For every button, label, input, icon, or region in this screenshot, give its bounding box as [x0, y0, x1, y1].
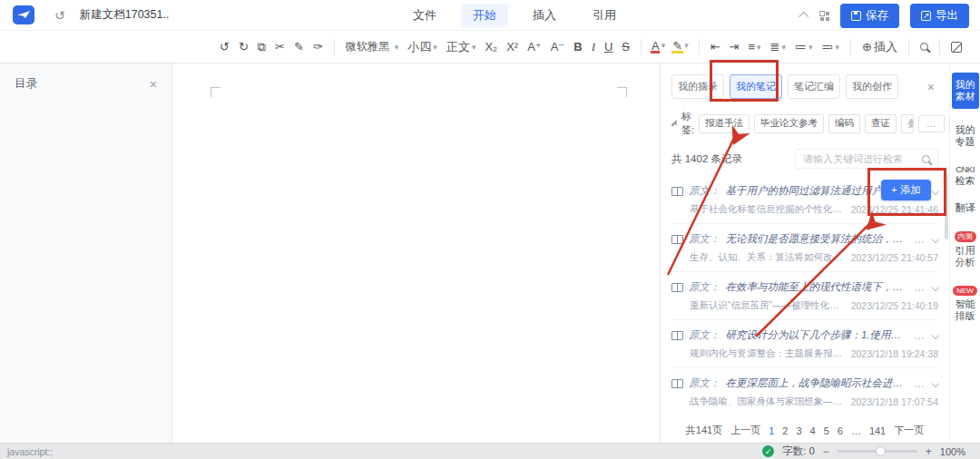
chevron-down-icon[interactable]	[932, 379, 939, 386]
line-spacing-select[interactable]: ≣ ▾	[766, 37, 790, 56]
font-color-button[interactable]: A ▾	[648, 38, 669, 56]
sidebar-tab-cnki-search[interactable]: CNKI 检索	[956, 163, 975, 187]
more-actions-icon[interactable]: …	[914, 281, 926, 294]
superscript-icon[interactable]: X²	[502, 37, 523, 56]
page-number[interactable]: 141	[869, 425, 886, 436]
tag-chip[interactable]: 报道手法	[699, 114, 750, 133]
menu-tab-home[interactable]: 开始	[461, 4, 508, 27]
zoom-in-button[interactable]: +	[926, 445, 932, 458]
cut-icon[interactable]: ✂	[270, 37, 289, 56]
tab-my-notes[interactable]: 我的笔记	[730, 74, 782, 99]
scrollbar-thumb[interactable]	[945, 174, 948, 239]
app-logo-icon[interactable]	[13, 5, 34, 24]
search-icon	[920, 43, 928, 51]
save-icon	[851, 11, 861, 21]
divider	[850, 39, 851, 55]
notes-search-input[interactable]	[803, 153, 916, 164]
format-painter-icon[interactable]: ✎	[289, 37, 309, 56]
prev-page-button[interactable]: 上一页	[730, 424, 760, 437]
zoom-out-button[interactable]: −	[823, 445, 829, 458]
increase-font-icon[interactable]: A⁺	[523, 37, 546, 56]
subscript-icon[interactable]: X₂	[480, 37, 502, 56]
redact-button[interactable]	[946, 39, 966, 55]
notes-list: + 添加 原文： 基于用户的协同过滤算法通过用户的历史行为计... … 基于社会…	[671, 176, 938, 415]
book-icon	[671, 235, 683, 244]
bullet-list-select[interactable]: ≔ ▾	[790, 37, 818, 56]
close-notes-panel-icon[interactable]: ×	[927, 81, 935, 93]
note-item[interactable]: + 添加 原文： 基于用户的协同过滤算法通过用户的历史行为计... … 基于社会…	[671, 176, 938, 224]
sidebar-tab-citation-analysis[interactable]: 内测 引用 分析	[955, 230, 976, 269]
tab-my-excerpts[interactable]: 我的摘录	[671, 74, 724, 99]
search-button[interactable]	[916, 40, 933, 54]
sidebar-tab-my-materials[interactable]: 我的 素材	[952, 73, 979, 109]
note-item[interactable]: 原文： 无论我们是否愿意接受算法的统治，我们已经进入了... … 生存、认知、关…	[671, 224, 938, 272]
menu-tab-reference[interactable]: 引用	[581, 4, 628, 27]
sidebar-tab-my-topics[interactable]: 我的 专题	[956, 124, 975, 148]
note-item[interactable]: 原文： 研究设计分为以下几个步骤：1.使用内容分析软件... … 规则内化与资源…	[671, 320, 938, 368]
redo-icon[interactable]: ↻	[234, 37, 253, 56]
decrease-indent-icon[interactable]: ⇤	[706, 37, 725, 56]
increase-indent-icon[interactable]: ⇥	[725, 37, 744, 56]
note-item[interactable]: 原文： 在效率与功能至上的现代性语境下，信息获取的两... … 重新认识“信息茧…	[671, 272, 938, 320]
book-icon	[671, 187, 683, 196]
save-button[interactable]: 保存	[840, 4, 899, 28]
chevron-down-icon[interactable]	[932, 187, 939, 194]
undo-icon[interactable]: ↺	[215, 37, 234, 56]
status-link-text: javascript:;	[7, 446, 53, 457]
page-number[interactable]: 6	[838, 425, 843, 436]
page-number[interactable]: 2	[782, 425, 788, 436]
add-note-button[interactable]: + 添加	[881, 180, 931, 200]
more-actions-icon[interactable]: …	[914, 233, 926, 246]
divider	[908, 39, 909, 55]
font-size-select[interactable]: 小四 ▾	[403, 36, 442, 58]
back-undo-icon[interactable]: ↺	[54, 8, 65, 23]
new-badge: NEW	[953, 286, 977, 297]
alignment-select[interactable]: ≡ ▾	[743, 37, 765, 56]
note-date: 2023/12/25 21:41:46	[851, 204, 938, 215]
chevron-down-icon[interactable]	[932, 235, 939, 242]
tab-notes-compilation[interactable]: 笔记汇编	[788, 74, 840, 99]
page-number[interactable]: 5	[824, 425, 829, 436]
layout-grid-icon[interactable]	[819, 11, 829, 21]
zoom-slider[interactable]	[838, 450, 917, 453]
export-button[interactable]: 导出	[910, 4, 969, 28]
notes-search-box[interactable]	[795, 149, 938, 169]
close-outline-icon[interactable]: ×	[150, 78, 157, 91]
page-number[interactable]: 3	[796, 425, 801, 436]
highlight-color-button[interactable]: ✎ ▾	[669, 38, 691, 56]
page-number[interactable]: 1	[769, 425, 774, 436]
underline-icon[interactable]: U	[600, 37, 617, 56]
more-tags-button[interactable]: …	[918, 115, 945, 132]
stamp-icon[interactable]: ✑	[309, 37, 328, 56]
decrease-font-icon[interactable]: A⁻	[546, 37, 570, 56]
insert-button[interactable]: ⊕ 插入	[858, 36, 902, 58]
status-bar: javascript:; ✓ 字数: 0 − + 100%	[0, 443, 980, 459]
sidebar-tab-translate[interactable]: 翻译	[956, 202, 975, 214]
font-family-select[interactable]: 微软雅黑 ▾	[341, 36, 404, 57]
tab-my-creation[interactable]: 我的创作	[846, 74, 898, 99]
page-number[interactable]: 4	[810, 425, 816, 436]
tag-chip[interactable]: 参考价	[901, 114, 914, 133]
more-actions-icon[interactable]: …	[914, 377, 926, 390]
more-actions-icon[interactable]: …	[914, 329, 926, 342]
chevron-down-icon[interactable]	[932, 331, 939, 338]
next-page-button[interactable]: 下一页	[894, 424, 924, 437]
zoom-slider-knob[interactable]	[876, 446, 886, 456]
numbered-list-select[interactable]: ≕ ▾	[818, 37, 845, 56]
menu-tab-file[interactable]: 文件	[401, 4, 448, 27]
tag-chip[interactable]: 毕业论文参考	[754, 114, 824, 133]
chevron-down-icon[interactable]	[932, 283, 939, 290]
copy-icon[interactable]: ⧉	[253, 37, 270, 57]
collapse-ribbon-icon[interactable]	[799, 12, 808, 22]
tag-chip[interactable]: 编码	[828, 114, 860, 133]
italic-icon[interactable]: I	[587, 37, 600, 57]
document-title[interactable]: 新建文档170351..	[80, 7, 170, 23]
document-canvas[interactable]	[172, 63, 660, 443]
paragraph-style-select[interactable]: 正文 ▾	[442, 36, 481, 58]
note-item[interactable]: 原文： 在更深层面上，战争隐喻昭示社会进入极端紧急状... … 战争隐喻、国家身…	[671, 368, 938, 415]
sidebar-tab-smart-typeset[interactable]: NEW 智能 排版	[953, 284, 977, 323]
tag-chip[interactable]: 查证	[865, 114, 897, 133]
menu-tab-insert[interactable]: 插入	[521, 4, 568, 27]
strikethrough-icon[interactable]: S	[617, 37, 634, 56]
bold-icon[interactable]: B	[569, 37, 586, 56]
